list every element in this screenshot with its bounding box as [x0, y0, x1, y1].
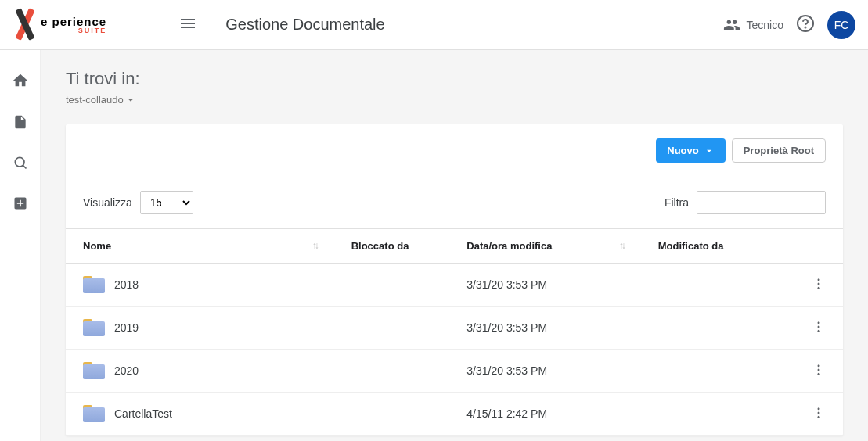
more-vert-icon [812, 363, 826, 377]
breadcrumb-path-label: test-collaudo [66, 94, 124, 106]
row-name: 2019 [114, 321, 139, 334]
add-box-icon [13, 195, 28, 211]
menu-icon[interactable] [172, 8, 203, 42]
filter-label: Filtra [665, 196, 689, 209]
more-vert-icon [812, 406, 826, 420]
home-icon [12, 72, 29, 89]
user-role-label: Tecnico [747, 19, 783, 31]
svg-point-5 [818, 286, 820, 289]
sidebar-add[interactable] [13, 195, 28, 214]
avatar-initials: FC [834, 19, 849, 31]
sidebar-home[interactable] [12, 72, 29, 92]
row-locked-by [334, 264, 450, 307]
row-modified-at: 3/31/20 3:53 PM [449, 350, 640, 393]
help-icon[interactable] [796, 14, 815, 36]
col-header-modified-at[interactable]: Data/ora modifica ↑↓ [449, 229, 640, 264]
more-vert-icon [812, 320, 826, 334]
row-modified-by [641, 307, 794, 350]
root-properties-label: Proprietà Root [744, 145, 814, 156]
more-vert-icon [812, 277, 826, 291]
row-actions-icon[interactable] [812, 281, 826, 293]
user-avatar[interactable]: FC [827, 11, 855, 39]
content-card: Nuovo Proprietà Root Visualizza 15 Filtr… [66, 124, 843, 436]
row-modified-at: 3/31/20 3:53 PM [449, 264, 640, 307]
table-row[interactable]: 2018 3/31/20 3:53 PM [66, 264, 843, 307]
people-icon [723, 16, 740, 34]
row-modified-at: 3/31/20 3:53 PM [449, 307, 640, 350]
folder-icon [83, 362, 105, 379]
chevron-down-icon [125, 95, 136, 106]
svg-point-7 [818, 325, 820, 328]
row-name: 2020 [114, 364, 139, 377]
user-role[interactable]: Tecnico [723, 16, 783, 34]
row-actions-icon[interactable] [812, 367, 826, 379]
new-button[interactable]: Nuovo [656, 138, 725, 163]
svg-point-10 [818, 368, 820, 371]
new-button-label: Nuovo [667, 145, 698, 156]
app-header: e perience SUITE Gestione Documentale Te… [0, 0, 868, 50]
sidebar-documents[interactable] [13, 114, 28, 133]
col-header-name[interactable]: Nome ↑↓ [66, 229, 334, 264]
page-size-select[interactable]: 15 [140, 191, 193, 214]
breadcrumb-title: Ti trovi in: [66, 69, 843, 89]
table-row[interactable]: 2019 3/31/20 3:53 PM [66, 307, 843, 350]
row-modified-by [641, 393, 794, 436]
table-row[interactable]: CartellaTest 4/15/11 2:42 PM [66, 393, 843, 436]
row-locked-by [334, 393, 450, 436]
svg-point-1 [805, 27, 806, 27]
row-name: CartellaTest [114, 407, 172, 420]
row-modified-by [641, 350, 794, 393]
filter-input[interactable] [697, 191, 826, 214]
app-logo[interactable]: e perience SUITE [13, 9, 106, 41]
app-title: Gestione Documentale [225, 16, 384, 34]
svg-point-8 [818, 329, 820, 332]
svg-point-9 [818, 364, 820, 367]
svg-point-6 [818, 321, 820, 324]
sort-icon: ↑↓ [312, 240, 317, 251]
row-actions-icon[interactable] [812, 410, 826, 422]
search-icon [13, 155, 28, 170]
chevron-down-icon [704, 145, 715, 156]
svg-point-14 [818, 415, 820, 418]
row-name: 2018 [114, 278, 139, 291]
page-size-label: Visualizza [83, 196, 132, 209]
svg-point-13 [818, 411, 820, 414]
col-header-modified-by[interactable]: Modificato da [641, 229, 794, 264]
folder-icon [83, 276, 105, 293]
sidebar-search[interactable] [13, 155, 28, 174]
row-locked-by [334, 350, 450, 393]
folder-icon [83, 319, 105, 336]
row-actions-icon[interactable] [812, 324, 826, 336]
row-locked-by [334, 307, 450, 350]
sidebar [0, 50, 41, 441]
sort-icon: ↑↓ [619, 240, 624, 251]
svg-point-3 [818, 278, 820, 281]
svg-point-11 [818, 372, 820, 375]
row-modified-by [641, 264, 794, 307]
row-modified-at: 4/15/11 2:42 PM [449, 393, 640, 436]
svg-point-12 [818, 407, 820, 410]
breadcrumb-path[interactable]: test-collaudo [66, 94, 843, 106]
svg-point-4 [818, 282, 820, 285]
file-icon [13, 114, 28, 130]
folder-table: Nome ↑↓ Bloccato da Data/ora modifica ↑↓… [66, 228, 843, 436]
col-header-locked[interactable]: Bloccato da [334, 229, 450, 264]
table-row[interactable]: 2020 3/31/20 3:53 PM [66, 350, 843, 393]
folder-icon [83, 405, 105, 422]
root-properties-button[interactable]: Proprietà Root [732, 138, 826, 163]
svg-point-2 [15, 157, 24, 167]
